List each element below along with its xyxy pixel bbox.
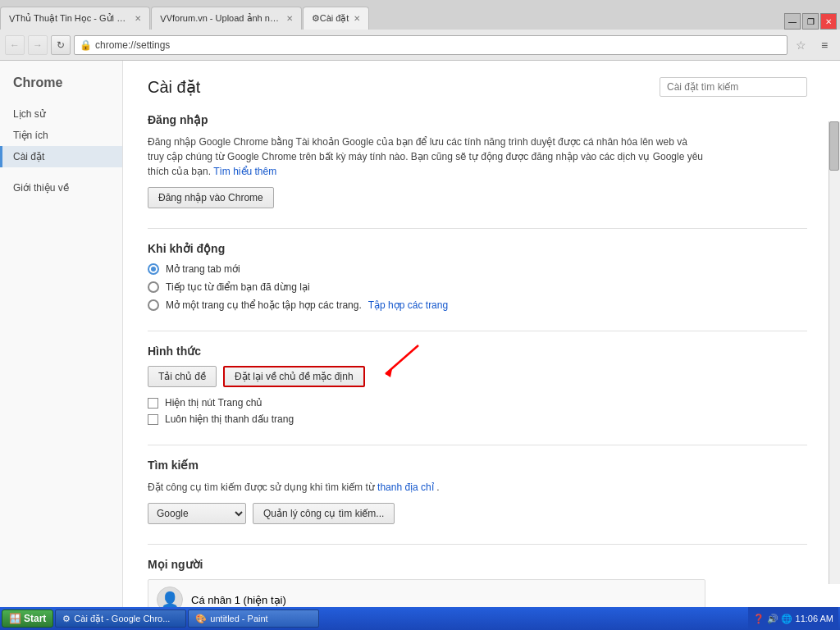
tray-icon-2: 🔊 <box>767 614 778 624</box>
close-button[interactable]: ✕ <box>820 13 837 30</box>
back-button[interactable]: ← <box>5 35 25 55</box>
sidebar-divider <box>0 167 122 177</box>
sidebar-item-about[interactable]: Giới thiệu về <box>0 177 122 199</box>
divider-1 <box>148 228 807 229</box>
sidebar-item-settings[interactable]: Cài đặt <box>0 146 122 167</box>
content-area: Chrome Lịch sử Tiện ích Cài đặt Giới thi… <box>0 61 840 607</box>
tab-2[interactable]: V Vforum.vn - Upload ảnh nha... ✕ <box>151 7 301 30</box>
divider-3 <box>148 445 807 445</box>
search-engine-select[interactable]: Google Bing Yahoo <box>148 503 246 524</box>
tab-2-close[interactable]: ✕ <box>286 14 293 23</box>
person-row: 👤 Cá nhân 1 (hiện tại) <box>148 579 705 607</box>
tab-1-icon: V <box>9 14 15 24</box>
page-title-row: Cài đặt <box>148 77 807 97</box>
divider-4 <box>148 544 807 545</box>
search-description: Đặt công cụ tìm kiếm được sử dụng khi tì… <box>148 480 705 495</box>
scrollbar[interactable] <box>829 121 840 584</box>
taskbar: 🪟 Start ⚙ Cài đặt - Google Chro... 🎨 unt… <box>0 607 840 630</box>
taskbar-item-settings[interactable]: ⚙ Cài đặt - Google Chro... <box>55 609 186 628</box>
bookmark-star-button[interactable]: ☆ <box>791 35 810 55</box>
startup-specific[interactable]: Mở một trang cụ thể hoặc tập hợp các tra… <box>148 299 807 311</box>
theme-button[interactable]: Tải chủ đề <box>148 366 217 387</box>
bookmarks-bar-checkbox[interactable] <box>148 414 158 425</box>
taskbar-paint-icon: 🎨 <box>195 614 207 624</box>
login-section-title: Đăng nhập <box>148 113 807 126</box>
tab-3[interactable]: ⚙ Cài đặt ✕ <box>303 7 370 30</box>
startup-section: Khi khởi động Mở trang tab mới Tiếp tục … <box>148 242 807 311</box>
url-lock-icon: 🔒 <box>80 39 92 51</box>
sidebar: Chrome Lịch sử Tiện ích Cài đặt Giới thi… <box>0 61 123 607</box>
settings-search-input[interactable] <box>660 77 807 97</box>
url-text: chrome://settings <box>95 39 170 51</box>
clock: 11:06 AM <box>796 614 833 623</box>
login-description: Đăng nhập Google Chrome bằng Tài khoản G… <box>148 135 705 179</box>
tab-3-close[interactable]: ✕ <box>354 14 360 23</box>
refresh-button[interactable]: ↻ <box>51 35 71 55</box>
chrome-logo: Chrome <box>0 69 122 103</box>
svg-line-0 <box>386 345 418 374</box>
taskbar-settings-icon: ⚙ <box>62 614 71 624</box>
window-controls: — ❐ ✕ <box>784 13 840 30</box>
startup-new-tab[interactable]: Mở trang tab mới <box>148 263 807 275</box>
startup-section-title: Khi khởi động <box>148 242 807 255</box>
taskbar-right: ❓ 🔊 🌐 11:06 AM <box>748 607 838 630</box>
scrollbar-thumb[interactable] <box>829 121 839 171</box>
search-section: Tìm kiếm Đặt công cụ tìm kiếm được sử dụ… <box>148 459 807 524</box>
login-section: Đăng nhập Đăng nhập Google Chrome bằng T… <box>148 113 807 208</box>
tab-3-label: Cài đặt <box>320 13 349 24</box>
tab-1-label: Thủ Thuật Tin Học - Gửi Đề... <box>15 13 130 24</box>
address-bar-link[interactable]: thanh địa chỉ <box>377 482 434 493</box>
startup-options: Mở trang tab mới Tiếp tục từ điểm bạn đã… <box>148 263 807 311</box>
forward-button[interactable]: → <box>28 35 48 55</box>
search-engine-row: Google Bing Yahoo Quản lý công cụ tìm ki… <box>148 503 807 524</box>
restore-button[interactable]: ❐ <box>802 13 819 30</box>
tab-1[interactable]: V Thủ Thuật Tin Học - Gửi Đề... ✕ <box>0 7 150 30</box>
tab-1-close[interactable]: ✕ <box>135 14 141 23</box>
divider-2 <box>148 331 807 331</box>
startup-new-tab-radio[interactable] <box>148 263 159 275</box>
login-button[interactable]: Đăng nhập vào Chrome <box>148 187 274 208</box>
tray-icon-3: 🌐 <box>781 614 792 624</box>
start-icon: 🪟 <box>9 613 21 624</box>
startup-specific-radio[interactable] <box>148 299 159 311</box>
sidebar-item-history[interactable]: Lịch sử <box>0 103 122 125</box>
startup-continue[interactable]: Tiếp tục từ điểm bạn đã dừng lại <box>148 281 807 293</box>
page-title: Cài đặt <box>148 77 200 97</box>
manage-search-button[interactable]: Quản lý công cụ tìm kiếm... <box>253 503 395 524</box>
title-bar: V Thủ Thuật Tin Học - Gửi Đề... ✕ V Vfor… <box>0 0 840 30</box>
person-name: Cá nhân 1 (hiện tại) <box>191 594 286 606</box>
tab-3-icon: ⚙ <box>312 13 320 24</box>
people-section: Mọi người 👤 Cá nhân 1 (hiện tại) ✓ Bật d… <box>148 558 807 607</box>
toolbar: ← → ↻ 🔒 chrome://settings ☆ ≡ <box>0 30 840 61</box>
system-tray-icons: ❓ 🔊 🌐 <box>753 614 792 624</box>
minimize-button[interactable]: — <box>784 13 801 30</box>
sidebar-item-extensions[interactable]: Tiện ích <box>0 125 122 146</box>
home-button-checkbox[interactable] <box>148 398 158 409</box>
people-section-title: Mọi người <box>148 558 807 571</box>
tab-2-icon: V <box>160 14 166 24</box>
pages-link[interactable]: Tập hợp các trang <box>368 299 448 311</box>
settings-content: Cài đặt Đăng nhập Đăng nhập Google Chrom… <box>123 61 840 607</box>
settings-button[interactable]: ≡ <box>814 34 835 56</box>
tray-icon-1: ❓ <box>753 614 765 624</box>
appearance-section: Hình thức Tải chủ đề Đặt lại về chủ đề m… <box>148 345 807 425</box>
reset-theme-button[interactable]: Đặt lại về chủ đề mặc định <box>223 366 365 387</box>
taskbar-item-paint[interactable]: 🎨 untitled - Paint <box>188 609 319 628</box>
bookmarks-bar-checkbox-item[interactable]: Luôn hiện thị thanh dấu trang <box>148 413 807 425</box>
red-arrow-annotation <box>361 341 427 382</box>
avatar: 👤 <box>157 587 183 607</box>
search-section-title: Tìm kiếm <box>148 459 807 472</box>
appearance-section-title: Hình thức <box>148 345 807 358</box>
url-bar[interactable]: 🔒 chrome://settings <box>74 35 788 55</box>
tab-2-label: Vforum.vn - Upload ảnh nha... <box>167 13 281 24</box>
learn-more-link[interactable]: Tìm hiểu thêm <box>213 166 276 177</box>
start-button[interactable]: 🪟 Start <box>2 609 53 628</box>
startup-continue-radio[interactable] <box>148 281 159 293</box>
home-button-checkbox-item[interactable]: Hiện thị nút Trang chủ <box>148 397 807 409</box>
